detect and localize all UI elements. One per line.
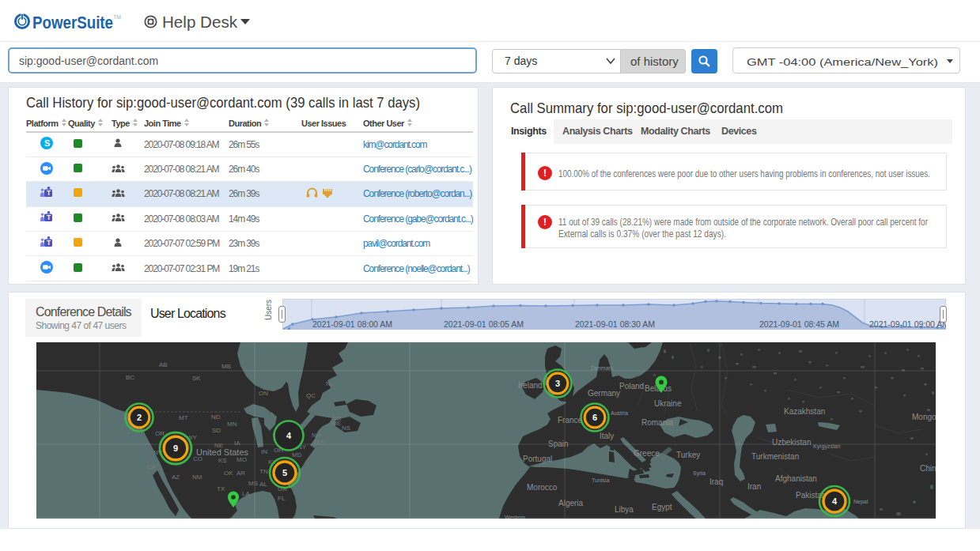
svg-text:AB: AB (159, 361, 168, 368)
svg-text:MA: MA (314, 438, 324, 445)
svg-text:ME: ME (331, 420, 341, 427)
svg-text:Western: Western (505, 515, 525, 519)
svg-text:Syria: Syria (693, 470, 706, 477)
svg-text:MN: MN (227, 421, 237, 428)
svg-text:OK: OK (224, 470, 233, 477)
svg-text:Iraq: Iraq (709, 477, 723, 486)
svg-text:6: 6 (592, 413, 597, 422)
svg-text:2021-09-01 08:45 AM: 2021-09-01 08:45 AM (759, 319, 839, 329)
svg-text:2021-09-01 08:30 AM: 2021-09-01 08:30 AM (575, 319, 655, 329)
svg-text:GMT -04:00 (America/New_York): GMT -04:00 (America/New_York) (747, 56, 938, 68)
svg-text:MB: MB (221, 363, 231, 370)
svg-text:Help Desk: Help Desk (162, 13, 238, 31)
svg-text:Call Summary for sip:good-user: Call Summary for sip:good-user@cordant.c… (510, 100, 783, 116)
svg-text:2021-09-01 08:00 AM: 2021-09-01 08:00 AM (312, 319, 392, 329)
svg-text:BC: BC (126, 374, 134, 381)
svg-text:2: 2 (137, 413, 142, 422)
svg-text:Tunisia: Tunisia (592, 477, 609, 483)
svg-text:ND: ND (211, 413, 221, 421)
svg-text:MD: MD (292, 451, 302, 459)
svg-text:KS: KS (218, 457, 227, 464)
svg-text:Germany: Germany (588, 389, 620, 398)
svg-text:AZ: AZ (172, 474, 180, 481)
svg-text:Call History for sip:good-user: Call History for sip:good-user@cordant.c… (26, 94, 420, 111)
svg-text:MO: MO (236, 456, 247, 463)
svg-text:Poland: Poland (619, 382, 644, 391)
svg-text:Afghanistan: Afghanistan (775, 474, 817, 483)
svg-text:ON: ON (259, 390, 268, 397)
svg-text:Uzbekistan: Uzbekistan (772, 438, 811, 447)
svg-text:NS: NS (342, 425, 350, 432)
svg-text:LA: LA (242, 490, 250, 497)
svg-text:Egypt: Egypt (652, 503, 672, 511)
svg-text:Spain: Spain (548, 440, 569, 448)
svg-text:Ukraine: Ukraine (654, 399, 682, 408)
svg-text:Turkmenistan: Turkmenistan (751, 452, 799, 461)
svg-text:5: 5 (282, 468, 287, 477)
svg-text:NL: NL (326, 380, 335, 387)
svg-text:Turkey: Turkey (676, 451, 700, 459)
svg-text:3: 3 (555, 379, 560, 388)
svg-text:4: 4 (286, 431, 292, 440)
svg-text:AL: AL (259, 481, 267, 488)
svg-text:FL: FL (278, 495, 286, 502)
svg-text:External calls is 0.37% (over: External calls is 0.37% (over the past 1… (558, 228, 726, 240)
svg-text:TN: TN (259, 468, 268, 475)
svg-text:9: 9 (173, 443, 178, 453)
svg-text:Algeria: Algeria (558, 499, 584, 508)
svg-text:Greece: Greece (634, 449, 660, 458)
svg-text:France: France (558, 416, 583, 425)
svg-text:Portugal: Portugal (523, 455, 552, 463)
svg-text:Kazakhstan: Kazakhstan (784, 407, 825, 416)
svg-text:MS: MS (248, 480, 258, 487)
svg-text:4: 4 (832, 496, 838, 506)
svg-text:Kyrgyzstan: Kyrgyzstan (813, 443, 841, 450)
svg-text:S: S (44, 138, 50, 148)
svg-text:2021-09-01 09:00 AM: 2021-09-01 09:00 AM (869, 319, 946, 329)
svg-text:China: China (920, 464, 936, 473)
svg-text:PowerSuite: PowerSuite (32, 13, 113, 32)
svg-text:Mongolia: Mongolia (912, 413, 936, 421)
svg-text:MT: MT (179, 414, 188, 421)
svg-text:2021-09-01 08:05 AM: 2021-09-01 08:05 AM (444, 319, 524, 329)
svg-text:NM: NM (192, 474, 202, 481)
svg-text:IN: IN (261, 448, 267, 455)
svg-text:Ireland: Ireland (518, 381, 543, 390)
svg-text:AR: AR (236, 470, 245, 477)
svg-text:11 out of 39 calls (28.21%) we: 11 out of 39 calls (28.21%) were made fr… (558, 217, 929, 228)
svg-text:Romania: Romania (641, 418, 673, 427)
svg-text:Iran: Iran (747, 482, 761, 491)
svg-text:SK: SK (192, 375, 201, 382)
svg-text:Italy: Italy (600, 432, 614, 440)
svg-text:Austria: Austria (611, 410, 628, 416)
svg-text:CA: CA (147, 463, 157, 470)
svg-text:Denmark: Denmark (591, 365, 614, 371)
svg-text:IA: IA (234, 440, 240, 447)
svg-text:100.00% of the conferences wer: 100.00% of the conferences were poor due… (558, 168, 930, 179)
svg-text:United States: United States (196, 447, 249, 457)
svg-text:TX: TX (217, 485, 225, 493)
svg-text:Libya: Libya (615, 505, 634, 514)
svg-text:Nepal: Nepal (853, 499, 868, 505)
svg-text:SD: SD (212, 427, 221, 434)
svg-text:QC: QC (306, 392, 316, 399)
svg-text:Morocco: Morocco (527, 483, 558, 492)
svg-text:OR: OR (155, 430, 165, 437)
